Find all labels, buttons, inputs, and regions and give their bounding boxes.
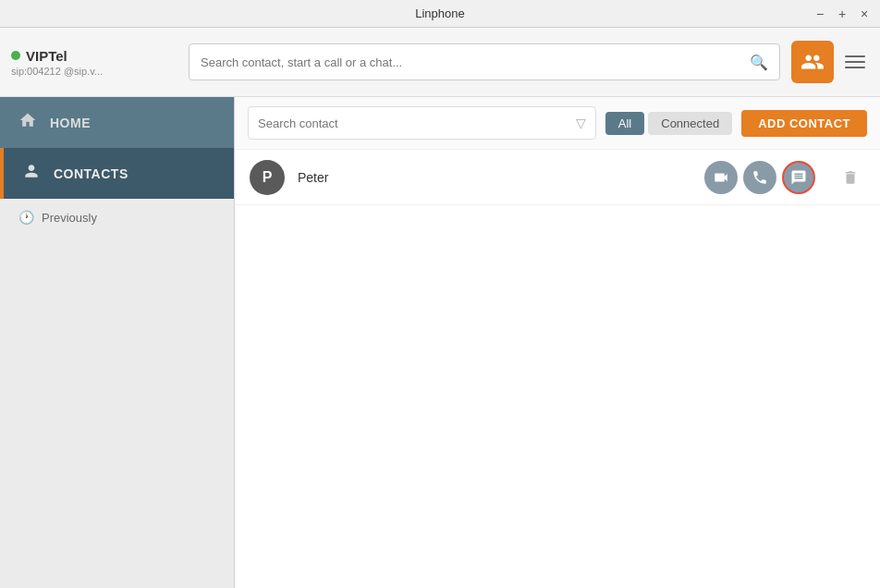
add-contact-button[interactable]: ADD CONTACT xyxy=(741,110,867,137)
trash-icon xyxy=(842,169,859,186)
video-call-button[interactable] xyxy=(704,161,738,194)
window-controls: − + × xyxy=(812,6,873,22)
hamburger-menu-button[interactable] xyxy=(841,48,869,76)
user-info: VIPTel sip:004212 @sip.v... xyxy=(11,48,177,77)
contact-actions xyxy=(704,161,815,194)
tab-connected[interactable]: Connected xyxy=(648,112,732,135)
chat-button[interactable] xyxy=(782,161,815,194)
header: VIPTel sip:004212 @sip.v... 🔍 xyxy=(0,28,880,97)
contact-search-wrap[interactable]: ▽ xyxy=(248,106,596,140)
phone-icon xyxy=(752,169,768,186)
menu-bar-2 xyxy=(845,61,865,63)
avatar: P xyxy=(250,160,285,195)
phone-call-button[interactable] xyxy=(743,161,776,194)
minimize-button[interactable]: − xyxy=(812,6,828,22)
previously-label: Previously xyxy=(42,211,97,225)
titlebar: Linphone − + × xyxy=(0,0,880,28)
sidebar-previously[interactable]: 🕐 Previously xyxy=(0,199,234,236)
tab-all[interactable]: All xyxy=(605,112,644,135)
main-search-bar[interactable]: 🔍 xyxy=(189,43,780,80)
filter-icon[interactable]: ▽ xyxy=(576,116,586,130)
content-area: ▽ All Connected ADD CONTACT P Peter xyxy=(235,97,880,588)
sidebar-item-contacts[interactable]: CONTACTS xyxy=(0,148,234,199)
menu-bar-1 xyxy=(845,55,865,57)
close-button[interactable]: × xyxy=(856,6,873,22)
contact-list: P Peter xyxy=(235,150,880,588)
main-search-icon: 🔍 xyxy=(750,54,768,71)
clock-icon: 🕐 xyxy=(18,210,34,225)
contact-name: Peter xyxy=(298,170,691,185)
contacts-toolbar: ▽ All Connected ADD CONTACT xyxy=(235,97,880,150)
main-content: HOME CONTACTS 🕐 Previously ▽ All Connect… xyxy=(0,97,880,588)
sidebar-contacts-label: CONTACTS xyxy=(54,166,128,181)
sidebar-item-home[interactable]: HOME xyxy=(0,97,234,148)
home-icon xyxy=(18,111,37,134)
table-row: P Peter xyxy=(235,150,880,205)
contacts-group-icon xyxy=(801,50,825,74)
header-actions xyxy=(791,41,869,83)
filter-tabs: All Connected xyxy=(605,112,732,135)
user-sip: sip:004212 @sip.v... xyxy=(11,66,177,77)
contacts-icon-button[interactable] xyxy=(791,41,834,83)
main-search-input[interactable] xyxy=(201,55,742,69)
username-text: VIPTel xyxy=(26,48,67,64)
menu-bar-3 xyxy=(845,67,865,68)
video-icon xyxy=(713,169,729,186)
delete-contact-button[interactable] xyxy=(836,163,865,192)
app-title: Linphone xyxy=(415,6,465,20)
sidebar: HOME CONTACTS 🕐 Previously xyxy=(0,97,235,588)
status-dot xyxy=(11,51,20,60)
search-contact-input[interactable] xyxy=(258,116,570,130)
sidebar-home-label: HOME xyxy=(50,116,91,130)
chat-icon xyxy=(790,169,807,186)
username: VIPTel xyxy=(11,48,177,64)
maximize-button[interactable]: + xyxy=(834,6,850,22)
contacts-icon xyxy=(22,162,41,185)
